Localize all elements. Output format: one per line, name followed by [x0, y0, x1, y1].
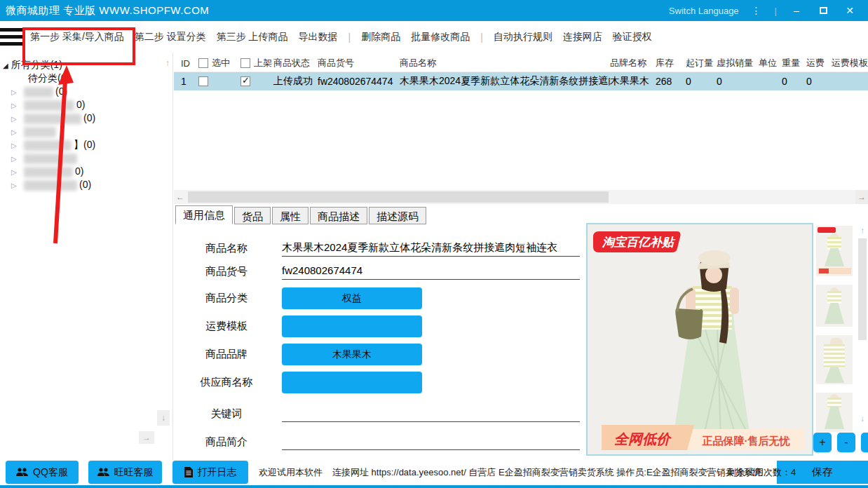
image-add-button[interactable]: + — [813, 433, 832, 452]
col-id[interactable]: ID — [174, 58, 193, 69]
row-select-checkbox[interactable] — [198, 76, 208, 86]
col-min-order[interactable]: 起订量 — [686, 57, 717, 69]
thumb-scrollbar-thumb[interactable] — [858, 238, 867, 340]
col-brand[interactable]: 品牌名称 — [610, 57, 656, 69]
col-name[interactable]: 商品名称 — [400, 57, 610, 69]
app-window: 微商城助理 专业版 WWW.SHOPFW.COM Switch Language… — [0, 0, 868, 488]
product-category-button[interactable]: 权益 — [282, 287, 422, 309]
col-fee-template[interactable]: 运费模板 — [832, 57, 868, 69]
supplier-name-button[interactable] — [282, 372, 422, 393]
tree-collapsed-icon[interactable]: ▷ — [11, 112, 17, 126]
scroll-left-icon[interactable]: ← — [174, 190, 187, 204]
cell-fee: 0 — [806, 76, 832, 87]
tab-goods[interactable]: 货品 — [234, 207, 271, 224]
tree-collapsed-icon[interactable]: ▷ — [11, 179, 17, 192]
censored-label — [24, 140, 72, 151]
tree-collapsed-icon[interactable]: ▷ — [11, 86, 17, 99]
scroll-right-icon[interactable]: → — [855, 190, 868, 204]
select-all-checkbox[interactable] — [198, 58, 208, 68]
tree-item-censored[interactable]: ▷(0) — [3, 111, 172, 125]
image-move-down-button[interactable]: ↓ — [861, 433, 868, 452]
hamburger-menu-icon[interactable] — [0, 24, 23, 50]
product-intro-input[interactable] — [282, 433, 580, 450]
thumb-scroll-down-icon[interactable]: ↓ — [857, 414, 868, 423]
tree-item-censored[interactable]: ▷0) — [3, 98, 172, 111]
censored-label — [24, 180, 77, 191]
col-fee[interactable]: 运费 — [806, 57, 832, 69]
menu-separator: | — [480, 32, 483, 43]
menu-item-step2-set-category[interactable]: 第二步 设置分类 — [135, 31, 206, 43]
tree-item-censored[interactable]: ▷(0) — [3, 178, 172, 191]
image-remove-button[interactable]: - — [837, 433, 855, 452]
thumbnail-1[interactable] — [816, 226, 853, 276]
menu-item-export-data[interactable]: 导出数据 — [299, 31, 338, 43]
tree-collapsed-icon[interactable]: ▷ — [11, 165, 17, 179]
tree-item-censored[interactable]: ▷ — [3, 151, 172, 165]
tab-general-info[interactable]: 通用信息 — [175, 205, 233, 224]
more-options-icon[interactable]: ⋮ — [752, 5, 762, 16]
close-button[interactable]: ✕ — [843, 5, 857, 16]
field-label: 商品名称 — [174, 242, 279, 255]
tree-expanded-icon[interactable]: ◢ — [3, 62, 8, 69]
tree-collapsed-icon[interactable]: ▷ — [11, 139, 17, 152]
form-row-fee-template: 运费模板 — [174, 316, 586, 337]
product-brand-button[interactable]: 木果果木 — [282, 344, 422, 365]
col-weight[interactable]: 重量 — [782, 57, 806, 69]
product-sku-input[interactable]: fw240802674474 — [282, 263, 580, 280]
welcome-text: 欢迎试用本软件 — [259, 466, 323, 479]
col-selected[interactable]: 选中 — [193, 57, 235, 69]
bottom-accent-strip — [0, 485, 868, 488]
tree-item-uncategorized[interactable]: 待分类(0) — [3, 72, 172, 85]
qq-support-button[interactable]: QQ客服 — [6, 461, 79, 484]
maximize-button[interactable] — [816, 5, 830, 16]
thumbnail-scrollbar[interactable]: ↑ ↓ — [857, 226, 868, 423]
sidebar-scroll-down-icon[interactable]: ↓ — [157, 410, 170, 426]
menu-item-delete-product[interactable]: 删除商品 — [361, 31, 400, 43]
tree-item-censored[interactable]: ▷0) — [3, 165, 172, 178]
open-log-button[interactable]: 打开日志 — [172, 461, 248, 484]
tree-collapsed-icon[interactable]: ▷ — [11, 99, 17, 112]
tree-collapsed-icon[interactable]: ▷ — [11, 152, 17, 165]
scrollbar-thumb[interactable] — [188, 191, 609, 203]
table-horizontal-scrollbar[interactable]: ← → — [174, 190, 868, 204]
thumbnail-3[interactable] — [816, 335, 853, 384]
field-label: 商品简介 — [174, 435, 279, 449]
col-virtual-sales[interactable]: 虚拟销量 — [717, 57, 759, 69]
table-row[interactable]: 1 上传成功 fw240802674474 木果果木2024夏季新款立体花朵清新… — [174, 72, 868, 90]
tree-root-all-categories[interactable]: ◢所有分类(1) — [3, 58, 172, 72]
tree-item-censored[interactable]: ▷】(0) — [3, 138, 172, 151]
tab-description[interactable]: 商品描述 — [310, 207, 367, 224]
listed-all-checkbox[interactable] — [240, 58, 250, 68]
tree-item-censored[interactable]: ▷ — [3, 125, 172, 138]
product-main-image[interactable]: 淘宝百亿补贴 全网低价 正品保障·售后无忧 — [586, 223, 813, 456]
tab-description-source[interactable]: 描述源码 — [369, 207, 426, 224]
minimize-button[interactable]: – — [789, 5, 803, 16]
tab-attributes[interactable]: 属性 — [272, 207, 308, 224]
col-status[interactable]: 商品状态 — [273, 57, 318, 69]
tree-item-censored[interactable]: ▷(0) — [3, 85, 172, 98]
menu-item-connect-shop[interactable]: 连接网店 — [563, 31, 602, 43]
col-listed[interactable]: 上架 — [235, 57, 273, 69]
keywords-input[interactable] — [282, 405, 580, 422]
thumbnail-2[interactable] — [816, 285, 853, 327]
thumb-scroll-up-icon[interactable]: ↑ — [857, 226, 868, 236]
product-name-input[interactable]: 木果果木2024夏季新款立体花朵清新条纹拼接遮肉短袖连衣 — [282, 240, 580, 257]
col-unit[interactable]: 单位 — [759, 57, 782, 69]
sidebar-scroll-right-icon[interactable]: → — [139, 431, 154, 444]
censored-label — [24, 87, 53, 97]
tree-collapsed-icon[interactable]: ▷ — [11, 126, 17, 139]
thumbnail-4[interactable] — [816, 393, 853, 432]
menu-item-verify-auth[interactable]: 验证授权 — [613, 31, 652, 43]
menu-item-auto-rules[interactable]: 自动执行规则 — [494, 31, 552, 43]
sidebar-scroll-up-icon[interactable]: ↑ — [165, 58, 170, 68]
fee-template-button[interactable] — [282, 316, 422, 337]
col-sku[interactable]: 商品货号 — [318, 57, 400, 69]
col-stock[interactable]: 库存 — [656, 57, 686, 69]
menu-item-step3-upload[interactable]: 第三步 上传商品 — [217, 31, 288, 43]
menu-item-step1-collect-import[interactable]: 第一步 采集/导入商品 — [30, 31, 124, 43]
cell-id: 1 — [174, 76, 193, 87]
wangwang-support-button[interactable]: 旺旺客服 — [88, 461, 162, 484]
switch-language-button[interactable]: Switch Language — [669, 6, 739, 16]
row-listed-checkbox[interactable] — [240, 76, 250, 86]
menu-item-batch-edit[interactable]: 批量修改商品 — [411, 31, 470, 43]
